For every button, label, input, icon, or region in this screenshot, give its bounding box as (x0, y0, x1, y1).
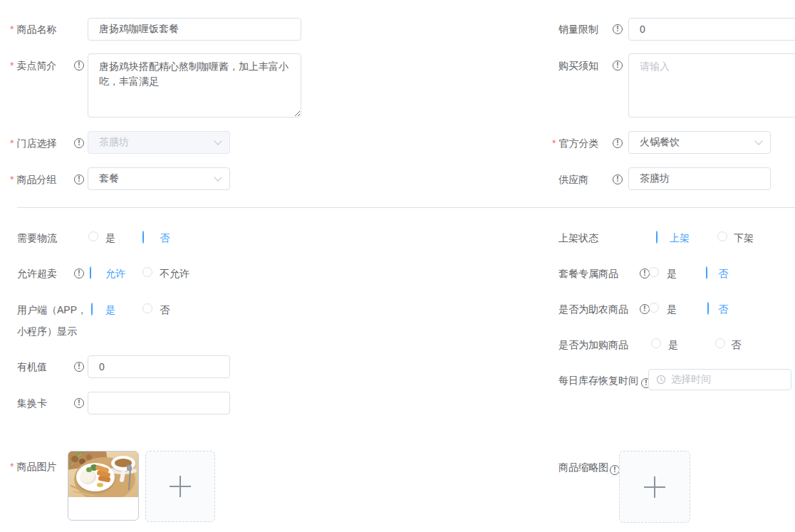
stock-recovery-time-picker[interactable]: 选择时间 (648, 369, 791, 390)
official-category-label: *官方分类 (552, 137, 598, 149)
info-icon: ! (74, 398, 84, 408)
exchange-card-label: 集换卡 (17, 397, 47, 409)
product-thumbnail-upload-button[interactable] (619, 451, 690, 523)
info-icon: ! (74, 138, 84, 148)
required-mark: * (10, 461, 14, 472)
client-display-yes-radio[interactable] (91, 303, 93, 315)
stock-recovery-time-label: 每日库存恢复时间! (558, 375, 651, 388)
addon-purchase-yes-option[interactable]: 是 (668, 339, 678, 350)
allow-oversell-no-radio[interactable] (142, 267, 152, 277)
selling-point-label: *卖点简介 (10, 60, 56, 71)
need-logistics-no-radio[interactable] (142, 231, 144, 244)
chevron-down-icon (214, 137, 222, 145)
shelf-status-off-radio[interactable] (717, 231, 727, 241)
need-logistics-no-option[interactable]: 否 (160, 232, 170, 244)
plus-icon (644, 476, 665, 498)
product-group-select[interactable]: 套餐 (88, 167, 230, 190)
allow-oversell-yes-option[interactable]: 允许 (105, 268, 125, 279)
store-select-label-text: 门店选择 (16, 137, 56, 149)
client-display-no-radio[interactable] (142, 303, 152, 313)
product-thumbnail-label: 商品缩略图! (558, 461, 620, 475)
info-icon: ! (613, 138, 623, 148)
shelf-status-on-radio[interactable] (656, 231, 658, 244)
clock-icon (656, 375, 666, 385)
info-icon: ! (74, 268, 84, 278)
combo-exclusive-yes-radio[interactable] (649, 267, 659, 277)
addon-purchase-no-option[interactable]: 否 (731, 339, 741, 350)
farm-support-yes-radio[interactable] (649, 303, 659, 313)
info-icon: ! (74, 362, 84, 372)
product-images-label: *商品图片 (10, 461, 56, 472)
section-divider (17, 207, 795, 208)
info-icon: ! (610, 465, 620, 475)
product-group-select-value: 套餐 (99, 172, 119, 185)
product-thumbnail-label-text: 商品缩略图 (558, 461, 608, 473)
addon-purchase-label: 是否为加购商品 (558, 339, 628, 350)
farm-support-yes-option[interactable]: 是 (667, 303, 677, 315)
curry-rice-photo (68, 452, 138, 497)
required-mark: * (10, 174, 14, 185)
info-icon: ! (640, 304, 650, 314)
product-name-label-text: 商品名称 (16, 24, 56, 35)
client-display-label-line1: 用户端（APP， (17, 304, 87, 315)
allow-oversell-yes-radio[interactable] (90, 266, 91, 279)
plus-icon (170, 476, 191, 497)
sales-limit-input[interactable] (628, 18, 795, 41)
need-logistics-yes-option[interactable]: 是 (105, 232, 115, 244)
info-icon: ! (74, 174, 84, 184)
client-display-no-option[interactable]: 否 (160, 304, 170, 315)
required-mark: * (552, 137, 556, 149)
required-mark: * (10, 24, 14, 35)
addon-purchase-yes-radio[interactable] (651, 338, 661, 348)
exchange-card-input[interactable] (88, 392, 230, 414)
info-icon: ! (613, 174, 623, 184)
farm-support-no-option[interactable]: 否 (718, 303, 728, 315)
addon-purchase-no-radio[interactable] (715, 338, 725, 348)
client-display-label-line2: 小程序）显示 (17, 325, 77, 337)
uploaded-product-image[interactable] (68, 451, 139, 521)
need-logistics-label: 需要物流 (17, 232, 57, 244)
info-icon: ! (613, 61, 623, 71)
selling-point-label-text: 卖点简介 (16, 60, 56, 71)
product-group-label: *商品分组 (10, 174, 56, 185)
stock-recovery-time-placeholder: 选择时间 (671, 373, 711, 386)
organic-value-input[interactable] (88, 355, 230, 378)
supplier-label: 供应商 (558, 174, 588, 185)
required-mark: * (10, 137, 14, 149)
supplier-input[interactable] (628, 167, 771, 190)
info-icon: ! (640, 268, 650, 278)
combo-exclusive-no-option[interactable]: 否 (718, 268, 728, 279)
official-category-select-value: 火锅餐饮 (640, 136, 680, 149)
sales-limit-label: 销量限制 (558, 24, 598, 35)
official-category-label-text: 官方分类 (558, 137, 598, 149)
store-select[interactable]: 茶膳坊 (88, 131, 230, 154)
farm-support-label: 是否为助农商品 (558, 303, 628, 315)
store-select-label: *门店选择 (10, 137, 56, 149)
official-category-select[interactable]: 火锅餐饮 (628, 131, 771, 154)
info-icon: ! (74, 61, 84, 71)
shelf-status-off-option[interactable]: 下架 (734, 232, 754, 244)
chevron-down-icon (754, 137, 762, 145)
info-icon: ! (613, 24, 623, 34)
product-edit-form: *商品名称 *卖点简介 ! 唐扬鸡块搭配精心熬制咖喱酱，加上丰富小吃，丰富满足 … (0, 0, 795, 532)
organic-value-label: 有机值 (17, 361, 47, 372)
client-display-yes-option[interactable]: 是 (105, 304, 115, 315)
allow-oversell-no-option[interactable]: 不允许 (160, 268, 189, 279)
combo-exclusive-no-radio[interactable] (706, 266, 707, 279)
purchase-notes-label: 购买须知 (558, 60, 598, 71)
required-mark: * (10, 60, 14, 71)
shelf-status-on-option[interactable]: 上架 (670, 232, 690, 244)
product-image-upload-button[interactable] (145, 451, 215, 522)
farm-support-no-radio[interactable] (707, 302, 709, 315)
product-name-label: *商品名称 (10, 24, 56, 35)
product-name-input[interactable] (88, 18, 301, 41)
chevron-down-icon (214, 173, 222, 181)
need-logistics-yes-radio[interactable] (88, 231, 98, 241)
combo-exclusive-yes-option[interactable]: 是 (667, 268, 677, 279)
purchase-notes-textarea[interactable] (628, 53, 795, 118)
allow-oversell-label: 允许超卖 (17, 268, 57, 279)
product-images-label-text: 商品图片 (16, 461, 56, 472)
shelf-status-label: 上架状态 (558, 232, 598, 244)
combo-exclusive-label: 套餐专属商品 (558, 268, 618, 279)
selling-point-textarea[interactable]: 唐扬鸡块搭配精心熬制咖喱酱，加上丰富小吃，丰富满足 (88, 53, 301, 118)
